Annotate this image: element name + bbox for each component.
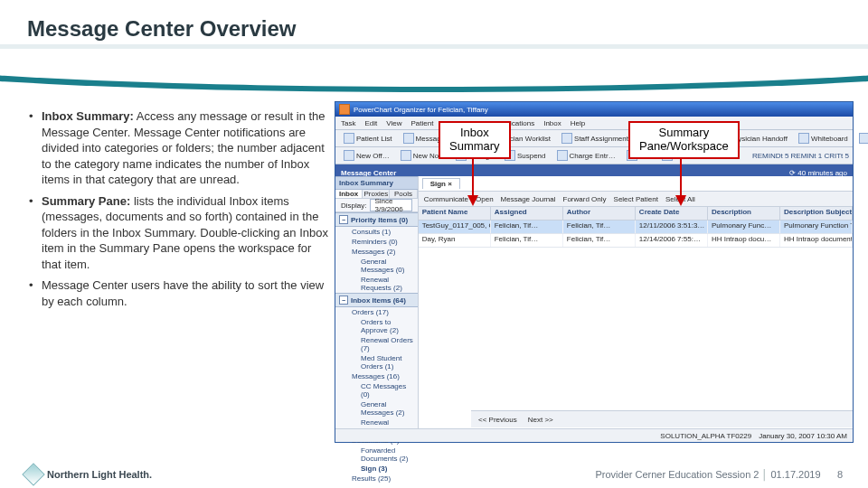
sidebar-item[interactable]: Orders (17) <box>335 307 418 317</box>
grid-row[interactable]: TestGuy_0117_005, C… Felician, Tif… Feli… <box>419 221 853 234</box>
menu-item[interactable]: Inbox <box>543 119 561 127</box>
toolbar-button[interactable]: Scheduling <box>854 131 868 145</box>
toolbar-right: REMINDt 5 REMINt 1 CRITt 5 <box>752 147 849 164</box>
nav-next[interactable]: Next >> <box>528 416 553 424</box>
inbox-group-header[interactable]: −Inbox Items (64) <box>335 293 418 307</box>
sidebar-subitem[interactable]: General Messages (0) <box>335 257 418 275</box>
assign-icon <box>561 133 572 144</box>
brand-name: Northern Light Health. <box>47 469 152 480</box>
slide-footer: Northern Light Health. Provider Cerner E… <box>0 466 868 483</box>
col-author[interactable]: Author <box>563 207 636 220</box>
sidebar-subitem[interactable]: Forwarded Documents (2) <box>335 446 418 464</box>
status-time: January 30, 2007 10:30 AM <box>759 432 847 440</box>
board-icon <box>798 133 809 144</box>
col-desc[interactable]: Description <box>708 207 780 220</box>
sidebar-subitem[interactable]: CC Messages (0) <box>335 381 418 399</box>
menu-item[interactable]: View <box>386 119 401 127</box>
menu-item[interactable]: Help <box>571 119 585 127</box>
toolbar-button[interactable]: Patient List <box>339 131 397 145</box>
bullet-lead: Inbox Summary: <box>42 109 134 123</box>
display-date-field[interactable]: Since 3/9/2006 <box>370 199 411 211</box>
sidebar-item[interactable]: Messages (16) <box>335 371 418 381</box>
bullet-item: Inbox Summary: Access any message or res… <box>27 108 330 188</box>
action-bar: Communicate Open Message Journal Forward… <box>419 192 853 207</box>
toolbar-button[interactable]: Staff Assignment <box>557 131 633 145</box>
cell: Felician, Tif… <box>491 221 563 233</box>
nav-previous[interactable]: << Previous <box>478 416 517 424</box>
sidebar-subitem[interactable]: Orders to Approve (2) <box>335 317 418 335</box>
inbox-summary-panel: Inbox Summary Inbox Proxies Pools Displa… <box>335 176 419 442</box>
action-forward[interactable]: Forward Only <box>563 195 607 203</box>
cell: Felician, Tif… <box>491 234 563 247</box>
workspace-tab-sign[interactable]: Sign × <box>422 178 460 189</box>
cell: 12/11/2006 3:51:3… <box>636 221 708 233</box>
page-title: Message Center Overview <box>27 16 296 42</box>
toolbar-label: Whiteboard <box>811 135 848 143</box>
sidebar-title-text: Inbox Summary <box>339 179 393 187</box>
logo-icon <box>22 463 44 485</box>
bullet-item: Summary Pane: lists the individual Inbox… <box>27 193 330 273</box>
menu-item[interactable]: Task <box>341 119 355 127</box>
sidebar-item[interactable]: Messages (2) <box>335 247 418 257</box>
page-number: 8 <box>837 469 843 480</box>
callout-text: Summary Pane/Workspace <box>639 126 729 153</box>
sidebar-subitem[interactable]: General Messages (2) <box>335 399 418 418</box>
workspace-tabs: Sign × <box>419 176 853 192</box>
newoff-icon <box>344 150 354 161</box>
sidebar-subitem[interactable]: Med Student Orders (1) <box>335 353 418 371</box>
sidebar-item[interactable]: Consults (1) <box>335 227 418 237</box>
brand-logo: Northern Light Health. <box>25 466 152 483</box>
col-assigned[interactable]: Assigned <box>491 207 563 220</box>
callout-inbox: Inbox Summary <box>439 121 511 159</box>
app-icon <box>339 104 350 115</box>
bullet-list: Inbox Summary: Access any message or res… <box>27 108 330 315</box>
action-select-patient[interactable]: Select Patient <box>614 195 658 203</box>
collapse-icon[interactable]: − <box>339 215 348 224</box>
menu-item[interactable]: Edit <box>364 119 377 127</box>
tab-label: Sign <box>430 180 446 188</box>
priority-group-header[interactable]: −Priority Items (0) <box>335 212 418 227</box>
status-env: SOLUTION_ALPHA TF0229 <box>660 432 751 440</box>
col-patient[interactable]: Patient Name <box>419 207 491 220</box>
collapse-icon[interactable]: − <box>339 296 348 305</box>
cell: Pulmonary Function Test - … <box>780 221 853 233</box>
display-label: Display: <box>341 202 366 210</box>
sidebar-tab-inbox[interactable]: Inbox <box>335 190 363 198</box>
toolbar-label: Staff Assignment <box>574 135 628 143</box>
charge-icon <box>557 150 568 161</box>
toolbar-button[interactable]: New Off… <box>339 148 394 163</box>
window-titlebar[interactable]: PowerChart Organizer for Felician, Tiffa… <box>335 102 853 117</box>
reminder-badge[interactable]: REMINDt 5 REMINt 1 CRITt 5 <box>752 152 849 160</box>
toolbar-row-2: New Off… New Note Change Suspend Charge … <box>335 147 853 164</box>
svg-marker-3 <box>675 195 686 206</box>
action-journal[interactable]: Message Journal <box>501 195 556 203</box>
banner-arc-overlay <box>0 49 868 87</box>
arrow-icon <box>467 154 479 206</box>
cell: Day, Ryan <box>419 234 491 247</box>
menu-bar[interactable]: Task Edit View Patient Chart Links Notif… <box>335 117 853 130</box>
sidebar-subitem[interactable]: Renewal Orders (7) <box>335 335 418 353</box>
menu-item[interactable]: Patient <box>410 119 433 127</box>
mail-icon <box>403 133 414 144</box>
cell: HH Intraop docu… <box>708 234 780 247</box>
toolbar-button[interactable]: Whiteboard <box>794 131 853 145</box>
grid-row[interactable]: Day, Ryan Felician, Tif… Felician, Tif… … <box>419 234 853 248</box>
col-subject[interactable]: Description Subject <box>780 207 853 220</box>
sidebar-subitem[interactable]: Renewal Requests (2) <box>335 275 418 293</box>
sidebar-item[interactable]: Reminders (0) <box>335 237 418 247</box>
sidebar-title: Inbox Summary <box>335 176 418 190</box>
window-title: PowerChart Organizer for Felician, Tiffa… <box>354 106 488 114</box>
group-label: Priority Items (0) <box>351 216 408 224</box>
toolbar-button[interactable]: Charge Entr… <box>552 148 620 163</box>
cell: Felician, Tif… <box>563 221 636 233</box>
list-icon <box>344 133 354 144</box>
col-date[interactable]: Create Date <box>636 207 708 220</box>
group-label: Inbox Items (64) <box>351 296 406 305</box>
toolbar-label: New Off… <box>356 152 390 160</box>
close-icon[interactable]: × <box>448 180 452 188</box>
summary-pane: Sign × Communicate Open Message Journal … <box>419 176 853 442</box>
app-window: PowerChart Organizer for Felician, Tiffa… <box>335 101 854 443</box>
session-label: Provider Cerner Education Session 2 <box>595 469 759 480</box>
toolbar-row-1: Patient List Message Center Physician Wo… <box>335 130 853 147</box>
action-communicate[interactable]: Communicate <box>424 195 468 203</box>
